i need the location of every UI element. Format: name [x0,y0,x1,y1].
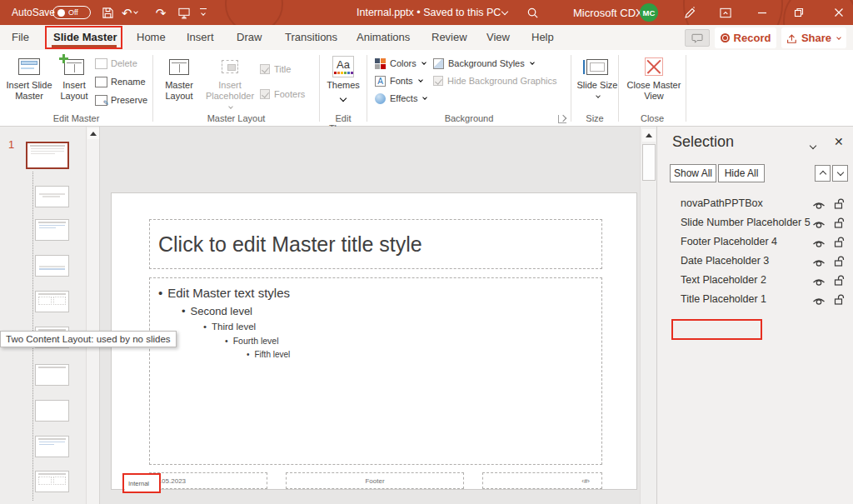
colors-button[interactable]: Colors [375,56,427,71]
selection-item[interactable]: Title Placeholder 1 [657,290,853,309]
layout-thumbnail[interactable] [35,400,69,422]
rename-button[interactable]: Rename [95,73,146,90]
thumbnail-scrollbar[interactable] [86,127,99,504]
visibility-eye-icon[interactable] [812,256,826,271]
bring-forward-button[interactable] [815,165,831,182]
visibility-eye-icon[interactable] [812,198,826,213]
slide-scrollbar[interactable] [640,127,656,504]
save-button[interactable] [98,0,117,25]
unlock-icon[interactable] [834,197,846,212]
title-checkbox[interactable]: Title [260,62,291,77]
date-placeholder[interactable]: 24.05.2023 [149,472,267,489]
send-backward-button[interactable] [832,165,848,182]
selection-item[interactable]: Text Placeholder 2 [657,271,853,290]
redo-button[interactable]: ↷ [152,0,170,25]
customize-quick-access-button[interactable] [200,0,207,25]
tab-home[interactable]: Home [135,25,167,50]
tab-view[interactable]: View [485,25,511,50]
selection-item[interactable]: novaPathPPTBox [657,194,853,213]
comments-button[interactable] [685,29,710,47]
ink-button[interactable] [680,0,698,25]
record-button[interactable]: Record [715,27,776,48]
search-button[interactable] [523,0,541,25]
nova-path-ppt-box[interactable]: Internal [125,476,159,492]
more-commands-icon [200,8,207,17]
group-separator [319,55,320,122]
layout-thumbnail[interactable] [35,364,69,386]
restore-button[interactable] [790,0,808,25]
fonts-button[interactable]: A Fonts [375,73,424,88]
themes-button[interactable]: Aa Themes [324,53,362,106]
layout-thumbnail[interactable] [35,291,69,312]
background-styles-button[interactable]: Background Styles [433,56,536,71]
scrollbar-thumb[interactable] [642,144,656,181]
dropdown-icon [422,60,426,65]
unlock-icon[interactable] [834,217,846,232]
body-placeholder[interactable]: •Edit Master text styles •Second level •… [149,277,602,465]
close-master-view-button[interactable]: Close Master View [626,53,681,102]
minimize-button[interactable] [753,0,771,25]
tab-animations[interactable]: Animations [355,25,412,50]
slide-size-button[interactable]: Slide Size [576,53,618,102]
selection-item[interactable]: Footer Placeholder 4 [657,232,853,252]
title-placeholder[interactable]: Click to edit Master title style [149,219,602,269]
unlock-icon[interactable] [834,293,846,308]
close-master-view-icon [626,53,681,80]
unlock-icon[interactable] [834,274,846,289]
undo-button[interactable]: ↶ [122,0,139,25]
preserve-button[interactable]: ✎ Preserve [95,92,147,108]
tab-draw[interactable]: Draw [235,25,263,50]
scroll-up-button[interactable] [642,129,656,142]
tab-transitions[interactable]: Transitions [283,25,339,50]
delete-button[interactable]: Delete [95,55,137,72]
visibility-eye-icon[interactable] [812,294,826,309]
bullet-icon: • [158,286,162,300]
dropdown-icon [228,104,233,109]
visibility-eye-icon[interactable] [812,217,826,232]
layout-thumbnail[interactable] [35,219,69,241]
tab-review[interactable]: Review [430,25,469,50]
autosave-toggle[interactable]: Off [52,6,91,19]
pane-options-button[interactable] [809,138,817,153]
master-thumbnail[interactable] [26,142,69,169]
show-all-button[interactable]: Show All [670,164,716,182]
insert-placeholder-button[interactable]: Insert Placeholder [203,53,257,112]
background-dialog-launcher-icon[interactable] [558,115,566,123]
tab-file[interactable]: File [10,25,31,50]
footer-placeholder[interactable]: Footer [286,472,464,489]
hide-all-button[interactable]: Hide All [718,164,765,182]
layout-thumbnail[interactable] [35,471,69,492]
start-slideshow-button[interactable] [175,0,193,25]
insert-slide-master-button[interactable]: Insert Slide Master [3,53,55,102]
ribbon-display-options-button[interactable] [716,0,735,25]
document-title[interactable]: Internal.pptx • Saved to this PC [357,0,509,25]
unlock-icon[interactable] [834,236,846,251]
selection-item[interactable]: Slide Number Placeholder 5 [657,213,853,232]
effects-button[interactable]: Effects [375,91,428,106]
footers-checkbox[interactable]: Footers [260,87,305,102]
close-button[interactable] [830,0,848,25]
selection-item[interactable]: Date Placeholder 3 [657,252,853,271]
master-layout-button[interactable]: Master Layout [158,53,200,102]
insert-layout-button[interactable]: Insert Layout [55,53,93,102]
autosave-state: Off [68,8,78,17]
layout-thumbnail[interactable] [35,186,69,207]
bullet-icon: • [182,305,186,317]
avatar[interactable]: MC [640,3,658,22]
tab-insert[interactable]: Insert [185,25,216,50]
panel-divider[interactable] [99,127,100,504]
slide-master-canvas[interactable]: Click to edit Master title style •Edit M… [111,192,637,490]
visibility-eye-icon[interactable] [812,237,826,252]
scroll-up-button[interactable] [87,128,99,139]
visibility-eye-icon[interactable] [812,275,826,290]
hide-background-graphics-checkbox[interactable]: Hide Background Graphics [433,73,556,88]
layout-thumbnail[interactable] [35,255,69,277]
account-name[interactable]: Microsoft CDX [573,0,643,25]
layout-thumbnail[interactable] [35,436,69,457]
unlock-icon[interactable] [834,255,846,270]
hide-background-graphics-label: Hide Background Graphics [447,76,556,86]
slide-number-placeholder[interactable]: ‹#› [482,472,602,489]
share-button[interactable]: Share [781,27,846,48]
pane-close-button[interactable]: ✕ [834,136,844,147]
tab-help[interactable]: Help [530,25,556,50]
